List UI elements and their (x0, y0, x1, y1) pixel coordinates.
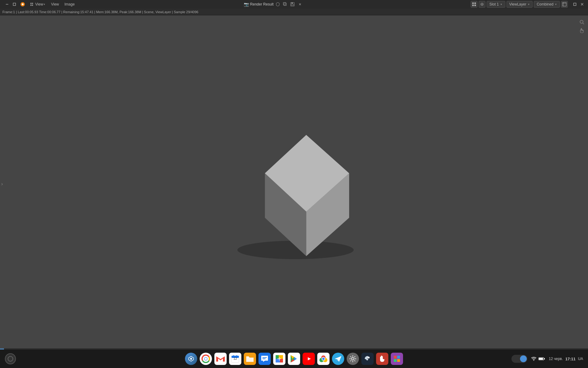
svg-marker-52 (294, 357, 297, 361)
combined-chevron: ▼ (555, 3, 557, 6)
menu-image[interactable]: Image (62, 1, 77, 8)
svg-rect-12 (291, 4, 294, 6)
svg-rect-68 (539, 358, 543, 360)
svg-rect-4 (30, 3, 32, 4)
svg-rect-14 (474, 2, 476, 4)
svg-point-62 (368, 357, 370, 358)
hand-tool-icon[interactable] (578, 27, 586, 34)
camera-mode-icon[interactable] (479, 1, 485, 8)
render-viewport (217, 100, 371, 265)
shield-icon[interactable] (275, 1, 281, 7)
taskbar-center: 12 (185, 353, 403, 365)
svg-rect-19 (563, 2, 566, 6)
svg-text:12: 12 (233, 357, 237, 360)
taskbar-app-gesture[interactable] (376, 353, 388, 365)
taskbar-left-circle[interactable] (5, 353, 16, 364)
taskbar: 12 (0, 350, 588, 368)
right-maximize-button[interactable] (571, 1, 578, 8)
svg-rect-16 (474, 5, 476, 6)
date-time-group: 12 черв. 17:11 UA (549, 357, 583, 361)
render-view-icon[interactable] (561, 1, 568, 8)
view-layer-label: ViewLayer (509, 2, 526, 6)
status-text: Frame:1 | Last:00:05.93 Time:00:06.77 | … (2, 10, 198, 14)
render-result-label: Render Result (250, 2, 274, 6)
svg-rect-1 (13, 3, 16, 6)
menu-view-2[interactable]: View (49, 1, 62, 8)
taskbar-app-play[interactable] (288, 353, 300, 365)
title-bar-center: 📷 Render Result ✕ (78, 1, 468, 7)
svg-rect-63 (394, 356, 397, 358)
svg-point-30 (8, 356, 13, 361)
close-render-icon[interactable]: ✕ (297, 1, 303, 7)
svg-rect-6 (30, 5, 32, 6)
time-label: 17:11 (565, 357, 575, 361)
svg-rect-64 (397, 356, 400, 358)
blender-icon[interactable] (18, 0, 27, 9)
taskbar-app-wine[interactable] (391, 353, 403, 365)
svg-line-29 (583, 23, 584, 24)
taskbar-app-maps[interactable] (273, 353, 285, 365)
svg-rect-11 (291, 2, 293, 4)
taskbar-app-messaging[interactable] (258, 353, 271, 365)
svg-rect-69 (544, 358, 545, 359)
taskbar-app-calendar[interactable]: 12 (229, 353, 241, 365)
title-bar-right: Slot 1 ▼ ViewLayer ▼ Combined ▼ ✕ (468, 1, 588, 8)
title-bar-left: View ▼ View Image (0, 0, 78, 9)
svg-point-3 (22, 3, 24, 5)
taskbar-left (5, 353, 16, 364)
view-layer-selector[interactable]: ViewLayer ▼ (507, 1, 533, 8)
camera-icon: 📷 (244, 2, 249, 7)
svg-rect-20 (574, 3, 576, 6)
svg-rect-8 (284, 3, 286, 6)
locale-label: UA (578, 357, 583, 361)
wifi-icon (531, 357, 537, 361)
date-label: 12 черв. (549, 357, 563, 361)
combined-label: Combined (537, 2, 553, 6)
taskbar-app-files[interactable] (244, 353, 256, 365)
taskbar-app-settings[interactable] (347, 353, 359, 365)
svg-rect-65 (394, 359, 397, 362)
svg-point-60 (352, 358, 354, 360)
dark-mode-toggle[interactable] (511, 355, 527, 363)
taskbar-app-steam[interactable] (361, 353, 374, 365)
taskbar-app-fluxbox[interactable] (185, 353, 197, 365)
battery-icon (538, 357, 545, 361)
slot-chevron: ▼ (500, 3, 503, 6)
window-controls (4, 1, 18, 8)
combined-selector[interactable]: Combined ▼ (534, 1, 560, 8)
toggle-knob (520, 355, 527, 362)
taskbar-app-photos[interactable] (317, 353, 330, 365)
header-right-group: Slot 1 ▼ ViewLayer ▼ Combined ▼ (471, 1, 568, 8)
render-type-icon[interactable] (471, 1, 477, 8)
svg-rect-45 (276, 355, 279, 359)
svg-point-35 (205, 358, 207, 360)
svg-rect-5 (32, 3, 33, 4)
svg-rect-48 (280, 359, 283, 362)
taskbar-app-youtube[interactable] (303, 353, 315, 365)
menu-view-1[interactable]: View ▼ (28, 1, 48, 8)
search-zoom-icon[interactable] (578, 18, 586, 26)
svg-rect-9 (283, 2, 286, 5)
copy-icon[interactable] (282, 1, 288, 7)
taskbar-indicators (531, 357, 545, 361)
taskbar-app-gmail[interactable] (214, 353, 227, 365)
status-bar: Frame:1 | Last:00:05.93 Time:00:06.77 | … (0, 9, 588, 15)
toggle-pill (511, 355, 527, 363)
svg-point-59 (322, 358, 325, 360)
taskbar-app-chrome[interactable] (200, 353, 212, 365)
right-close-button[interactable]: ✕ (579, 1, 586, 8)
minimize-button[interactable] (4, 1, 10, 8)
svg-rect-15 (472, 5, 474, 6)
title-bar: View ▼ View Image 📷 Render Result ✕ (0, 0, 588, 9)
right-icons-panel (578, 18, 586, 34)
right-window-controls: ✕ (571, 1, 586, 8)
slot-label: Slot 1 (489, 2, 499, 6)
svg-point-28 (580, 20, 583, 23)
left-panel-toggle[interactable]: › (0, 180, 4, 188)
slot-selector[interactable]: Slot 1 ▼ (487, 1, 505, 8)
taskbar-app-telegram[interactable] (332, 353, 344, 365)
svg-rect-7 (32, 5, 33, 6)
maximize-button[interactable] (11, 1, 18, 8)
save-icon[interactable] (289, 1, 296, 7)
svg-rect-66 (397, 359, 400, 362)
